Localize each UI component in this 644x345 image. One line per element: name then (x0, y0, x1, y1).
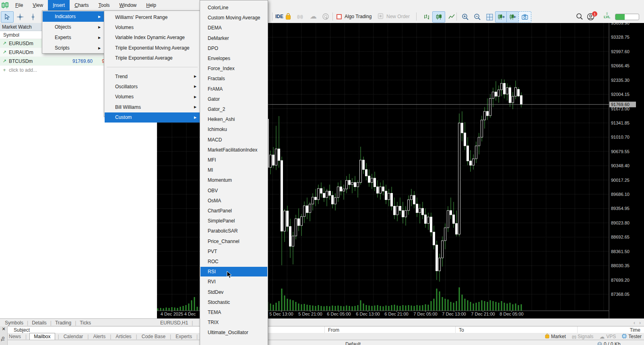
menu-item-price-channel[interactable]: Price_Channel (200, 237, 267, 246)
menu-item-fractals[interactable]: Fractals (200, 74, 267, 83)
menu-item-dpo[interactable]: DPO (200, 44, 267, 53)
menu-item-trix[interactable]: TRIX (200, 318, 267, 327)
close-toolbox-icon[interactable]: ✕ (0, 326, 7, 332)
menu-item-scripts[interactable]: Scripts▶ (43, 43, 104, 53)
radar-add-icon[interactable] (322, 13, 329, 21)
auto-scroll-button[interactable] (506, 11, 519, 23)
menu-item-custom-moving-average[interactable]: Custom Moving Average (200, 13, 267, 23)
bar-chart-type-button[interactable] (420, 11, 433, 23)
menu-item-rvi[interactable]: RVI (200, 277, 267, 287)
toolbox-tab-experts[interactable]: Experts (174, 334, 194, 339)
zoom-in-button[interactable] (459, 11, 472, 23)
menu-item-frama[interactable]: FrAMA (200, 84, 267, 94)
menu-item-gator-2[interactable]: Gator_2 (200, 104, 267, 114)
menu-item-ichimoku[interactable]: Ichimoku (200, 125, 267, 134)
menu-item-trend[interactable]: Trend▶ (105, 71, 200, 81)
menu-item-oscillators[interactable]: Oscillators▶ (105, 81, 200, 91)
menu-item-custom[interactable]: Custom▶ (105, 112, 200, 123)
menubar-item-insert[interactable]: Insert (48, 0, 70, 10)
menu-item-ultimate-oscillator[interactable]: Ultimate_Oscillator (200, 328, 267, 337)
link-tester[interactable]: Tester (622, 334, 642, 340)
market-watch-tab-trading[interactable]: Trading (55, 320, 71, 326)
menu-item-experts[interactable]: Experts▶ (43, 32, 104, 43)
column-subject[interactable]: Subject (14, 327, 30, 333)
algo-trading-icon[interactable] (336, 14, 342, 21)
column-from[interactable]: From (328, 327, 339, 333)
menu-item-objects[interactable]: Objects▶ (43, 22, 104, 32)
menu-item-bill-williams[interactable]: Bill Williams▶ (105, 102, 200, 112)
zoom-out-button[interactable] (471, 11, 484, 23)
menubar-item-view[interactable]: View (28, 0, 48, 10)
crosshair-tool-button[interactable] (14, 11, 27, 23)
toolbox-tab-code-base[interactable]: Code Base (140, 334, 167, 339)
menu-item-chartpanel[interactable]: ChartPanel (200, 206, 267, 216)
cursor-tool-button[interactable] (1, 11, 14, 23)
link-signals[interactable]: ((•))Signals (572, 334, 594, 339)
cloud-icon[interactable]: ☁ (310, 12, 317, 21)
column-time[interactable]: Time (630, 327, 640, 333)
menu-item-simplepanel[interactable]: SimplePanel (200, 216, 267, 226)
menu-item-rsi[interactable]: RSI (200, 267, 267, 276)
menu-item-mfi[interactable]: MFI (200, 155, 267, 165)
market-watch-tab-details[interactable]: Details (32, 320, 47, 326)
menubar-item-tools[interactable]: Tools (94, 0, 115, 10)
menu-item-mi[interactable]: MI (200, 165, 267, 175)
menubar-item-help[interactable]: Help (141, 0, 161, 10)
algo-trading-button[interactable]: Algo Trading (345, 14, 372, 19)
menu-item-colorline[interactable]: ColorLine (200, 3, 267, 12)
market-watch-tab-symbols[interactable]: Symbols (5, 320, 23, 326)
menu-item-gator[interactable]: Gator (200, 94, 267, 104)
search-icon[interactable] (576, 13, 583, 21)
column-to[interactable]: To (459, 327, 464, 333)
menu-item-dema[interactable]: DEMA (200, 23, 267, 33)
menu-item-osma[interactable]: OsMA (200, 196, 267, 206)
menu-item-obv[interactable]: OBV (200, 186, 267, 195)
new-order-icon[interactable] (378, 13, 384, 21)
tile-windows-button[interactable] (483, 11, 496, 23)
new-order-button[interactable]: New Order (386, 14, 410, 19)
menu-item-parabolicsar[interactable]: ParabolicSAR (200, 226, 267, 236)
menubar-item-window[interactable]: Window (115, 0, 142, 10)
menu-item-macd[interactable]: MACD (200, 135, 267, 145)
toolbox-tab-alerts[interactable]: Alerts (91, 334, 107, 339)
account-icon[interactable]: 1 (587, 13, 594, 21)
menu-item-triple-exponential-average[interactable]: Triple Exponential Average (105, 53, 200, 63)
menu-item-stddev[interactable]: StdDev (200, 287, 267, 297)
tab-scroll-left-icon[interactable]: ‹ (634, 320, 635, 326)
menu-item-volumes[interactable]: Volumes (105, 22, 200, 32)
toolbox-tab-news[interactable]: News (7, 334, 23, 339)
screenshot-camera-button[interactable] (518, 11, 531, 23)
link-vps[interactable]: ☁VPS (599, 334, 616, 340)
profile-name[interactable]: Default (345, 341, 361, 345)
menu-item-roc[interactable]: ROC (200, 257, 267, 266)
menu-item-stochastic[interactable]: Stochastic (200, 297, 267, 307)
chart-tab-eurusd[interactable]: EURUSD,H1 (160, 320, 188, 326)
menu-item-indicators[interactable]: Indicators▶ (43, 11, 104, 22)
menu-item-demarker[interactable]: DeMarker (200, 33, 267, 43)
menu-item-triple-exponential-moving-average[interactable]: Triple Exponential Moving Average (105, 43, 200, 53)
market-watch-tab-ticks[interactable]: Ticks (80, 320, 91, 326)
menu-item-force-index[interactable]: Force_Index (200, 64, 267, 73)
vertical-line-tool-button[interactable] (27, 11, 39, 23)
menu-item-heiken-ashi[interactable]: Heiken_Ashi (200, 114, 267, 124)
menubar-item-charts[interactable]: Charts (70, 0, 93, 10)
level-icon[interactable]: ⇧ LVL (604, 12, 610, 19)
toolbox-tab-calendar[interactable]: Calendar (62, 334, 85, 339)
tab-scroll-right-icon[interactable]: › (639, 320, 641, 326)
menu-item-marketfacilitationindex[interactable]: MarketFacilitationIndex (200, 145, 267, 155)
menu-item-envelopes[interactable]: Envelopes (200, 54, 267, 63)
toolbox-tab-articles[interactable]: Articles (114, 334, 133, 339)
menu-item-momentum[interactable]: Momentum (200, 175, 267, 185)
menu-item-tema[interactable]: TEMA (200, 308, 267, 317)
menu-item-volumes[interactable]: Volumes▶ (105, 92, 200, 102)
toolbox-tab-mailbox[interactable]: Mailbox (29, 333, 55, 340)
ide-button[interactable]: IDE (275, 14, 283, 19)
signals-icon[interactable]: ((o)) (297, 15, 303, 19)
candle-chart-type-button[interactable] (432, 11, 445, 23)
link-market[interactable]: Market (545, 333, 566, 340)
market-bag-icon[interactable] (285, 13, 291, 21)
menu-item-variable-index-dynamic-average[interactable]: Variable Index Dynamic Average (105, 33, 200, 43)
menubar-item-file[interactable]: File (10, 0, 28, 10)
menu-item-williams-percent-range[interactable]: Williams' Percent Range (105, 12, 200, 22)
menu-item-pvt[interactable]: PVT (200, 247, 267, 256)
